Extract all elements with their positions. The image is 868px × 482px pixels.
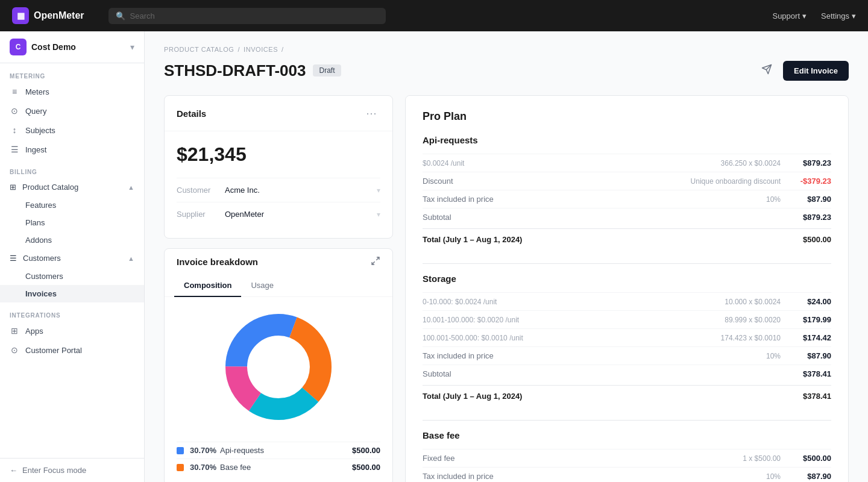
focus-mode-toggle[interactable]: ← Enter Focus mode (10, 466, 134, 475)
sidebar-item-product-catalog[interactable]: ⊞ Product Catalog ▲ (0, 178, 144, 196)
section-label-billing: BILLING (0, 159, 144, 178)
line-storage-tier3: 100.001-500.000: $0.0010 /unit 174.423 x… (423, 328, 831, 346)
sidebar-item-query[interactable]: ⊙ Query (0, 101, 144, 120)
svg-point-9 (248, 337, 309, 397)
right-panel: Pro Plan Api-requests $0.0024 /unit 366.… (405, 95, 849, 482)
tab-usage[interactable]: Usage (241, 275, 283, 297)
section-label-integrations: INTEGRATIONS (0, 302, 144, 321)
section-total-storage: Total (July 1 – Aug 1, 2024) $378.41 (423, 385, 831, 410)
line-fixed-fee: Fixed fee 1 x $500.00 $500.00 (423, 449, 831, 467)
divider-2 (423, 420, 831, 421)
app-name: OpenMeter (34, 10, 84, 21)
details-menu-button[interactable]: ⋯ (362, 105, 380, 121)
left-column: Details ⋯ $21,345 Customer Acme Inc. ▾ (164, 95, 393, 482)
supplier-value: OpenMeter (225, 210, 264, 219)
main-content: PRODUCT CATALOG / INVOICES / STHSD-DRAFT… (145, 31, 868, 482)
breadcrumb: PRODUCT CATALOG / INVOICES / (164, 46, 849, 53)
supplier-row[interactable]: Supplier OpenMeter ▾ (177, 202, 380, 226)
svg-line-2 (376, 257, 379, 260)
line-subtotal-storage: Subtotal $378.41 (423, 365, 831, 383)
expand-icon (371, 256, 380, 266)
section-title-api: Api-requests (423, 135, 831, 145)
chevron-up-icon: ▲ (128, 255, 134, 262)
sidebar-child-features[interactable]: Features (0, 196, 144, 214)
invoice-total: $21,345 (177, 143, 380, 166)
sidebar-child-plans[interactable]: Plans (0, 214, 144, 231)
svg-line-3 (372, 261, 375, 264)
sidebar-item-ingest[interactable]: ☰ Ingest (0, 140, 144, 159)
customer-row[interactable]: Customer Acme Inc. ▾ (177, 178, 380, 202)
support-button[interactable]: Support ▾ (772, 11, 807, 20)
query-icon: ⊙ (10, 106, 19, 116)
breadcrumb-invoices[interactable]: INVOICES (244, 46, 278, 53)
section-label-metering: METERING (0, 63, 144, 82)
app-logo[interactable]: ▦ OpenMeter (12, 7, 84, 24)
donut-legend: 30.70% Api-requests $500.00 30.70% Base … (165, 437, 392, 482)
tab-composition[interactable]: Composition (174, 275, 241, 297)
settings-button[interactable]: Settings ▾ (821, 11, 856, 20)
sidebar-item-subjects[interactable]: ↕ Subjects (0, 120, 144, 140)
legend-dot-base (177, 464, 184, 471)
customer-value: Acme Inc. (225, 186, 260, 195)
section-api-requests: Api-requests $0.0024 /unit 366.250 x $0.… (423, 135, 831, 254)
plan-title: Pro Plan (423, 110, 831, 123)
sidebar-item-apps[interactable]: ⊞ Apps (0, 321, 144, 340)
line-subtotal-api: Subtotal $879.23 (423, 208, 831, 226)
breadcrumb-product-catalog[interactable]: PRODUCT CATALOG (164, 46, 234, 53)
chevron-down-icon: ▾ (377, 210, 380, 219)
section-title-storage: Storage (423, 274, 831, 284)
section-title-base-fee: Base fee (423, 430, 831, 440)
search-icon: 🔍 (116, 11, 125, 20)
line-tax-storage: Tax included in price 10% $87.90 (423, 346, 831, 365)
top-nav: ▦ OpenMeter 🔍 Support ▾ Settings ▾ (0, 0, 868, 31)
section-storage: Storage 0-10.000: $0.0024 /unit 10.000 x… (423, 274, 831, 410)
workspace-selector[interactable]: C Cost Demo ▾ (0, 31, 144, 63)
divider-1 (423, 263, 831, 264)
sidebar-item-customer-portal[interactable]: ⊙ Customer Portal (0, 340, 144, 360)
subjects-icon: ↕ (10, 125, 19, 135)
details-card: Details ⋯ $21,345 Customer Acme Inc. ▾ (164, 95, 393, 239)
section-base-fee: Base fee Fixed fee 1 x $500.00 $500.00 T… (423, 430, 831, 482)
breakdown-card: Invoice breakdown Composition Usage (164, 248, 393, 482)
customers-icon: ☰ (10, 254, 17, 263)
line-storage-tier1: 0-10.000: $0.0024 /unit 10.000 x $0.0024… (423, 292, 831, 310)
chevron-down-icon: ▾ (802, 11, 807, 20)
line-storage-tier2: 10.001-100.000: $0.0020 /unit 89.999 x $… (423, 310, 831, 328)
meters-icon: ≡ (10, 87, 19, 96)
apps-icon: ⊞ (10, 326, 19, 336)
legend-item-base-fee: 30.70% Base fee $500.00 (177, 459, 380, 475)
line-tax-api: Tax included in price 10% $87.90 (423, 190, 831, 208)
chevron-up-icon: ▲ (128, 184, 134, 191)
page-title: STHSD-DRAFT-003 (164, 61, 306, 80)
send-button[interactable] (758, 60, 776, 81)
sidebar: C Cost Demo ▾ METERING ≡ Meters ⊙ Query … (0, 31, 145, 482)
ingest-icon: ☰ (10, 145, 19, 154)
breakdown-title: Invoice breakdown (177, 257, 258, 267)
send-icon (761, 64, 772, 75)
sidebar-child-customers[interactable]: Customers (0, 268, 144, 285)
app-layout: C Cost Demo ▾ METERING ≡ Meters ⊙ Query … (0, 0, 868, 482)
sidebar-child-addons[interactable]: Addons (0, 231, 144, 249)
donut-chart-container (165, 297, 392, 437)
search-container: 🔍 (108, 8, 386, 24)
content-columns: Details ⋯ $21,345 Customer Acme Inc. ▾ (164, 95, 849, 482)
nav-actions: Support ▾ Settings ▾ (772, 11, 856, 20)
workspace-icon: C (10, 39, 27, 55)
sidebar-item-meters[interactable]: ≡ Meters (0, 82, 144, 101)
chevron-down-icon: ▾ (130, 42, 134, 52)
details-title: Details (177, 108, 206, 119)
donut-chart (218, 307, 339, 427)
legend-item-api: 30.70% Api-requests $500.00 (177, 442, 380, 459)
sidebar-item-customers[interactable]: ☰ Customers ▲ (0, 249, 144, 268)
search-input[interactable] (130, 11, 379, 20)
logo-icon: ▦ (12, 7, 29, 24)
expand-button[interactable] (371, 256, 380, 268)
line-discount: Discount Unique onboarding discount -$37… (423, 172, 831, 190)
chevron-down-icon: ▾ (852, 11, 856, 20)
sidebar-footer: ← Enter Focus mode (0, 458, 144, 482)
chevron-down-icon: ▾ (377, 186, 380, 195)
legend-dot-api (177, 447, 184, 454)
portal-icon: ⊙ (10, 345, 19, 355)
edit-invoice-button[interactable]: Edit Invoice (783, 61, 849, 81)
sidebar-child-invoices[interactable]: Invoices (0, 285, 144, 302)
